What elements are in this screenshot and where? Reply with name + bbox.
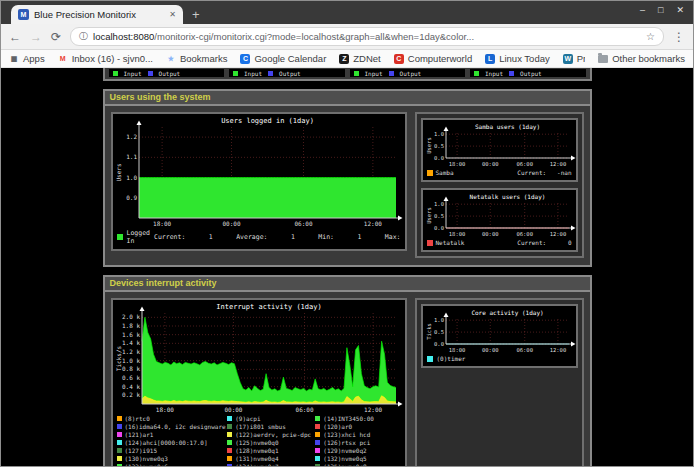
interrupt-legend-entry: (8)rtc0 [117, 415, 228, 422]
partial-legend[interactable]: Input Output [229, 69, 345, 77]
svg-text:1.2: 1.2 [126, 133, 137, 140]
interrupt-legend-entry: (130)nvme0q3 [117, 455, 228, 462]
users-stats: Current: 1 Average: 1 Min: 1 Max: 1 [154, 233, 428, 241]
legend-label: (127)i915 [125, 447, 158, 454]
tab-close-icon[interactable]: ✕ [169, 10, 176, 19]
bookmark-item[interactable]: C Google Calendar [240, 53, 326, 64]
window-controls: – □ ✕ [640, 5, 684, 15]
legend-swatch [315, 456, 320, 461]
legend-swatch [315, 416, 320, 421]
maximize-button[interactable]: □ [658, 5, 663, 15]
chart-core-activity[interactable]: 0.00.51.018:0000:0006:0012:00Core activi… [421, 304, 578, 368]
legend-label: (135)nvme0q8 [323, 463, 366, 466]
close-button[interactable]: ✕ [676, 5, 684, 15]
interrupt-legend: (8)rtc0 (9)acpi (14)INT3450: [115, 414, 403, 466]
bookmark-favicon-icon: ▦ [9, 54, 19, 64]
forward-button[interactable]: → [30, 30, 42, 44]
browser-tab[interactable]: M Blue Precision Monitorix ✕ [11, 5, 183, 24]
legend-label: Output [520, 70, 542, 77]
bookmark-item[interactable]: ▦ Apps [9, 53, 45, 64]
section-interrupts-body: 0.2 k0.4 k0.6 k0.8 k1.0 k1.2 k1.4 k1.6 k… [105, 292, 590, 466]
interrupt-legend-entry: (16)idma64.0, i2c_designware.0 [117, 423, 228, 430]
svg-text:1.4 k: 1.4 k [121, 339, 139, 346]
svg-text:1.0: 1.0 [434, 201, 444, 207]
svg-text:1.2 k: 1.2 k [121, 348, 139, 355]
svg-text:2.0 k: 2.0 k [121, 313, 139, 320]
svg-text:1.1: 1.1 [126, 153, 137, 160]
partial-legend[interactable]: Input Output [470, 69, 586, 77]
svg-text:0.6 k: 0.6 k [121, 374, 139, 381]
bookmark-item[interactable]: M Inbox (16) - sjvn0... [58, 53, 153, 64]
bookmark-item[interactable]: ★ Bookmarks [166, 53, 228, 64]
browser-menu-icon[interactable]: ⋮ [673, 30, 685, 44]
partial-legend[interactable]: Input Output [109, 69, 225, 77]
svg-text:Ticks: Ticks [426, 323, 432, 340]
legend-swatch [509, 71, 514, 76]
chart-users-logged-in[interactable]: 0.91.01.11.218:0000:0006:0012:00Users lo… [111, 112, 407, 251]
svg-text:1.0 k: 1.0 k [121, 357, 139, 364]
bookmark-item[interactable]: W Practical Technol... [563, 53, 585, 64]
bookmark-item[interactable]: C Computerworld [394, 53, 472, 64]
partial-legend[interactable]: Input Output [350, 69, 466, 77]
interrupt-legend-entry: (17)i801_smbus [227, 423, 315, 430]
bookmark-label: Google Calendar [254, 53, 326, 64]
bookmark-star-icon[interactable]: ☆ [646, 31, 655, 42]
reload-button[interactable]: ⟳ [51, 30, 61, 44]
core-activity-graph[interactable]: 0.00.51.018:0000:0006:0012:00Core activi… [425, 308, 576, 354]
chart-interrupt-activity[interactable]: 0.2 k0.4 k0.6 k0.8 k1.0 k1.2 k1.4 k1.6 k… [111, 298, 407, 466]
section-users: Users using the system 0.91.01.11.218:00… [103, 89, 592, 267]
page-content: Input Output Input Output Input Output [103, 68, 592, 466]
section-interrupts: Devices interrupt activity 0.2 k0.4 k0.6… [103, 275, 592, 466]
legend-label: (124)ahci[0000:00:17.0] [125, 439, 208, 446]
svg-text:12:00: 12:00 [549, 347, 566, 353]
bookmark-label: Apps [23, 53, 45, 64]
svg-text:0.5: 0.5 [434, 329, 444, 335]
svg-text:12:00: 12:00 [549, 231, 566, 237]
legend-swatch [315, 440, 320, 445]
chart-netatalk-users[interactable]: 0.00.51.018:0000:0006:0012:00Netatalk us… [421, 188, 578, 252]
legend-label: Logged In [127, 229, 150, 245]
svg-text:18:00: 18:00 [448, 347, 465, 353]
users-logged-in-graph[interactable]: 0.91.01.11.218:0000:0006:0012:00Users lo… [115, 116, 403, 228]
bookmark-item[interactable]: L Linux Today [485, 53, 550, 64]
netatalk-stats: Current: 0 [517, 239, 571, 246]
chart-samba-users[interactable]: 0.00.51.018:0000:0006:0012:00Samba users… [421, 118, 578, 182]
other-bookmarks-button[interactable]: Other bookmarks [598, 53, 685, 64]
svg-text:00:00: 00:00 [224, 406, 242, 413]
svg-text:Users: Users [426, 137, 432, 154]
svg-text:Core activity (1day): Core activity (1day) [471, 309, 543, 317]
netatalk-legend: Netatalk Current: 0 [425, 238, 574, 248]
legend-label: Input [244, 70, 262, 77]
bookmark-item[interactable]: Z ZDNet [339, 53, 380, 64]
samba-users-graph[interactable]: 0.00.51.018:0000:0006:0012:00Samba users… [425, 122, 576, 168]
tab-title: Blue Precision Monitorix [34, 9, 164, 20]
site-info-icon[interactable]: ⓘ [79, 30, 88, 43]
interrupt-activity-graph[interactable]: 0.2 k0.4 k0.6 k0.8 k1.0 k1.2 k1.4 k1.6 k… [115, 302, 403, 414]
legend-swatch [315, 448, 320, 453]
svg-text:18:00: 18:00 [155, 406, 173, 413]
legend-label: Output [159, 70, 181, 77]
legend-swatch [117, 464, 122, 466]
interrupt-legend-entry: (126)rtsx_pci [315, 439, 400, 446]
svg-text:0.5: 0.5 [434, 143, 444, 149]
svg-text:1.0: 1.0 [434, 131, 444, 137]
url-text[interactable]: localhost:8080/monitorix-cgi/monitorix.c… [93, 31, 641, 42]
interrupt-legend-entry: (128)nvme0q1 [227, 447, 315, 454]
legend-label: (128)nvme0q1 [235, 447, 278, 454]
legend-swatch [117, 432, 122, 437]
partial-section-bottom: Input Output Input Output Input Output [103, 68, 592, 81]
netatalk-users-graph[interactable]: 0.00.51.018:0000:0006:0012:00Netatalk us… [425, 192, 576, 238]
interrupt-legend-entry: (123)xhci_hcd [315, 431, 400, 438]
new-tab-button[interactable]: + [192, 8, 200, 21]
legend-label: (121)ar1 [125, 431, 154, 438]
back-button[interactable]: ← [9, 30, 21, 44]
address-bar[interactable]: ⓘ localhost:8080/monitorix-cgi/monitorix… [70, 27, 664, 46]
minimize-button[interactable]: – [640, 5, 645, 15]
section-users-body: 0.91.01.11.218:0000:0006:0012:00Users lo… [105, 106, 590, 265]
svg-text:1.6 k: 1.6 k [121, 331, 139, 338]
bookmark-label: Inbox (16) - sjvn0... [72, 53, 153, 64]
folder-icon [598, 55, 608, 63]
svg-text:Netatalk users (1day): Netatalk users (1day) [469, 193, 545, 201]
interrupt-legend-entry: (121)ar1 [117, 431, 228, 438]
legend-swatch [354, 71, 359, 76]
